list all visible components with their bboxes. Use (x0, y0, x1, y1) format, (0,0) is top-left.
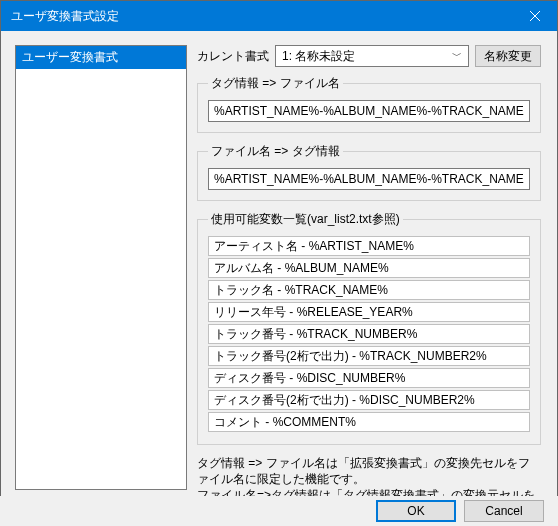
ok-button[interactable]: OK (376, 500, 456, 522)
tag-to-file-legend: タグ情報 => ファイル名 (208, 75, 343, 92)
tag-to-file-input[interactable] (208, 100, 530, 122)
help-note-line1: タグ情報 => ファイル名は「拡張変換書式」の変換先セルをファイル名に限定した機… (197, 455, 541, 487)
variable-item[interactable]: コメント - %COMMENT% (208, 412, 530, 432)
variable-item[interactable]: トラック番号(2桁で出力) - %TRACK_NUMBER2% (208, 346, 530, 366)
cancel-button[interactable]: Cancel (464, 500, 544, 522)
file-to-tag-group: ファイル名 => タグ情報 (197, 143, 541, 201)
variable-item[interactable]: ディスク番号 - %DISC_NUMBER% (208, 368, 530, 388)
chevron-down-icon: ﹀ (452, 49, 462, 63)
current-format-row: カレント書式 1: 名称未設定 ﹀ 名称変更 (197, 45, 541, 67)
file-to-tag-input[interactable] (208, 168, 530, 190)
window-title: ユーザ変換書式設定 (11, 8, 119, 25)
variable-item[interactable]: アーティスト名 - %ARTIST_NAME% (208, 236, 530, 256)
tag-to-file-group: タグ情報 => ファイル名 (197, 75, 541, 133)
rename-button[interactable]: 名称変更 (475, 45, 541, 67)
current-format-select[interactable]: 1: 名称未設定 ﹀ (275, 45, 469, 67)
dialog-footer: OK Cancel (0, 496, 558, 526)
variable-item[interactable]: トラック名 - %TRACK_NAME% (208, 280, 530, 300)
current-format-value: 1: 名称未設定 (282, 48, 355, 65)
variable-item[interactable]: ディスク番号(2桁で出力) - %DISC_NUMBER2% (208, 390, 530, 410)
content-area: ユーザー変換書式 カレント書式 1: 名称未設定 ﹀ 名称変更 タグ情報 => … (1, 31, 557, 497)
file-to-tag-legend: ファイル名 => タグ情報 (208, 143, 343, 160)
title-bar: ユーザ変換書式設定 (1, 1, 557, 31)
variable-item[interactable]: リリース年号 - %RELEASE_YEAR% (208, 302, 530, 322)
variable-item[interactable]: トラック番号 - %TRACK_NUMBER% (208, 324, 530, 344)
close-icon (530, 11, 540, 21)
variable-list-legend: 使用可能変数一覧(var_list2.txt参照) (208, 211, 403, 228)
format-list[interactable]: ユーザー変換書式 (15, 45, 187, 490)
main-panel: カレント書式 1: 名称未設定 ﹀ 名称変更 タグ情報 => ファイル名 ファイ… (197, 45, 541, 520)
sidebar-item-user-format[interactable]: ユーザー変換書式 (16, 46, 186, 69)
variable-list-group: 使用可能変数一覧(var_list2.txt参照) アーティスト名 - %ART… (197, 211, 541, 445)
current-format-label: カレント書式 (197, 48, 269, 65)
variable-item[interactable]: アルバム名 - %ALBUM_NAME% (208, 258, 530, 278)
sidebar-item-label: ユーザー変換書式 (22, 50, 118, 64)
close-button[interactable] (512, 1, 557, 31)
